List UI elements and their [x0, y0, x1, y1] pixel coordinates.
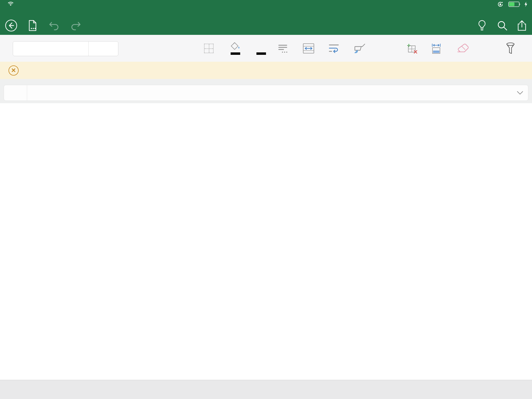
borders-button[interactable]: [197, 35, 221, 62]
formatting-toolbar: [0, 35, 532, 62]
merge-cells-button[interactable]: [297, 35, 321, 62]
wifi-icon: [7, 1, 14, 6]
sheet-tab-bar: [0, 380, 532, 399]
readonly-warning-icon: ✕: [9, 65, 19, 76]
font-color-bar: [256, 52, 266, 55]
lightbulb-icon[interactable]: [475, 19, 489, 32]
battery-icon: [508, 1, 522, 7]
font-name-field[interactable]: [13, 41, 89, 56]
autosum-button[interactable]: [475, 35, 499, 62]
file-menu-button[interactable]: [26, 19, 39, 32]
formula-bar-expand-chevron[interactable]: [512, 91, 528, 95]
readonly-warning-bar: ✕: [0, 62, 532, 79]
search-icon[interactable]: [495, 19, 509, 32]
charging-bolt-icon: [524, 1, 528, 7]
insert-delete-cells-button[interactable]: [400, 35, 424, 62]
number-format-button[interactable]: [373, 35, 397, 62]
eraser-button[interactable]: [451, 35, 475, 62]
back-button[interactable]: [4, 19, 18, 32]
borders-icon: [204, 44, 214, 53]
app-header: [0, 0, 532, 35]
wrap-text-button[interactable]: [322, 35, 346, 62]
bold-button[interactable]: [120, 35, 144, 62]
rotation-lock-icon: [497, 1, 504, 7]
font-color-button[interactable]: [249, 35, 273, 62]
fill-color-bar: [231, 52, 240, 55]
fill-color-icon: [230, 42, 241, 51]
formula-bar-zone: [0, 79, 532, 103]
format-painter-button[interactable]: [348, 35, 372, 62]
share-icon[interactable]: [515, 19, 529, 32]
sort-filter-button[interactable]: [498, 35, 522, 62]
alignment-button[interactable]: [271, 35, 295, 62]
fill-color-button[interactable]: [223, 35, 247, 62]
redo-button[interactable]: [69, 19, 82, 32]
formula-bar[interactable]: [4, 85, 528, 101]
italic-button[interactable]: [146, 35, 169, 62]
fx-icon: [4, 85, 27, 101]
column-width-button[interactable]: [424, 35, 448, 62]
undo-button[interactable]: [47, 19, 61, 32]
status-bar: [0, 0, 532, 9]
filter-funnel-icon: [506, 43, 515, 54]
sheet-grid[interactable]: [0, 103, 532, 380]
underline-button[interactable]: [171, 35, 195, 62]
font-selector[interactable]: [13, 41, 118, 56]
